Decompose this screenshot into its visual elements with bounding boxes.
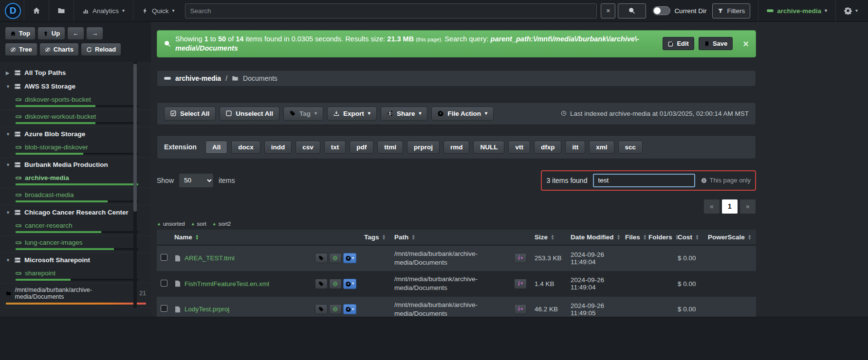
hide-tree-button[interactable]: Tree: [5, 43, 37, 56]
tree-group-azure-blob[interactable]: ▼ Azure Blob Storage: [0, 127, 151, 141]
file-action-dropdown-button[interactable]: File Action ▾: [431, 107, 494, 121]
tree-current-path[interactable]: /mnt/media/burbank/archive-media/Documen…: [0, 284, 151, 308]
sort-link-sort2[interactable]: ▲ sort2: [212, 221, 231, 227]
extension-button-scc[interactable]: scc: [618, 141, 643, 154]
tree-group-all-top-paths[interactable]: ▶ All Top Paths: [0, 66, 151, 79]
extension-button-prproj[interactable]: prproj: [407, 141, 440, 154]
edit-query-button[interactable]: Edit: [663, 37, 694, 50]
settings-menu[interactable]: ▾: [839, 3, 863, 18]
file-actions-dropdown[interactable]: ▾: [343, 279, 356, 289]
quick-filter-input[interactable]: [593, 174, 695, 187]
filters-button[interactable]: Filters: [712, 3, 750, 18]
export-dropdown-button[interactable]: Export ▾: [327, 107, 377, 121]
prev-page-button[interactable]: «: [703, 199, 720, 214]
tag-file-button[interactable]: [315, 304, 328, 314]
top-button[interactable]: Top: [5, 27, 36, 40]
scrollbar-thumb[interactable]: [133, 64, 137, 212]
tree-item-archive-media[interactable]: archive-media: [0, 171, 151, 188]
header-name[interactable]: Name▲▼: [170, 230, 360, 245]
eye-slash-icon: [45, 47, 51, 53]
header-path[interactable]: Path▲▼: [390, 230, 531, 245]
tree-item-blob-storage-diskover[interactable]: blob-storage-diskover: [0, 141, 151, 158]
row-checkbox[interactable]: [161, 254, 167, 261]
header-powerscale[interactable]: PowerScale▲▼: [704, 230, 756, 245]
extension-button-all[interactable]: All: [205, 141, 227, 154]
tree-scrollbar[interactable]: [133, 62, 137, 308]
row-checkbox[interactable]: [161, 305, 167, 312]
tree-group-chicago-cancer[interactable]: ▼ Chicago Cancer Research Center: [0, 205, 151, 219]
tree-item-sharepoint[interactable]: sharepoint: [0, 267, 151, 284]
extension-button-rmd[interactable]: rmd: [443, 141, 470, 154]
next-page-button[interactable]: »: [739, 199, 756, 214]
preview-file-button[interactable]: [329, 304, 342, 314]
select-all-button[interactable]: Select All: [164, 107, 216, 121]
sort-link-sort[interactable]: ▲ sort: [191, 221, 206, 227]
extension-button-pdf[interactable]: pdf: [350, 141, 373, 154]
save-query-button[interactable]: Save: [699, 37, 733, 50]
extension-button-xml[interactable]: xml: [589, 141, 614, 154]
tree-item-lung-cancer-images[interactable]: lung-cancer-images: [0, 236, 151, 253]
back-button[interactable]: ←: [67, 27, 84, 40]
breadcrumb-root[interactable]: archive-media: [175, 74, 221, 82]
clear-search-button[interactable]: ×: [601, 3, 615, 18]
tree-item-diskover-workout-bucket[interactable]: diskover-workout-bucket: [0, 110, 151, 127]
hide-charts-button[interactable]: Charts: [39, 43, 79, 56]
header-folders[interactable]: Folders▲▼: [645, 230, 674, 245]
file-browser-button[interactable]: [52, 3, 71, 18]
extension-button-vtt[interactable]: vtt: [508, 141, 530, 154]
path-info-dropdown[interactable]: i▾: [514, 253, 527, 263]
preview-file-button[interactable]: [329, 279, 342, 289]
breadcrumb-current[interactable]: Documents: [243, 74, 277, 82]
extension-button-indd[interactable]: indd: [264, 141, 292, 154]
header-size[interactable]: Size▲▼: [531, 230, 567, 245]
file-actions-dropdown[interactable]: ▾: [343, 253, 356, 263]
page-body: Top Up ← → Tree Charts: [0, 22, 868, 317]
tree-item-diskover-sports-bucket[interactable]: diskover-sports-bucket: [0, 93, 151, 110]
tag-file-button[interactable]: [315, 253, 328, 263]
path-info-dropdown[interactable]: i▾: [514, 304, 527, 314]
file-name-link[interactable]: LodyTest.prproj: [185, 306, 229, 313]
dashboard-icon-button[interactable]: [27, 3, 46, 18]
path-info-dropdown[interactable]: i▾: [514, 279, 527, 289]
header-cost[interactable]: Cost▲▼: [674, 230, 704, 245]
extension-button-ttml[interactable]: ttml: [377, 141, 403, 154]
extension-button-null[interactable]: NULL: [473, 141, 504, 154]
sort-link-unsorted[interactable]: ▲ unsorted: [157, 221, 185, 227]
share-dropdown-button[interactable]: Share ▾: [381, 107, 428, 121]
extension-button-docx[interactable]: docx: [231, 141, 260, 154]
extension-button-itt[interactable]: itt: [565, 141, 585, 154]
gears-icon: [438, 110, 443, 116]
page-1-button[interactable]: 1: [721, 199, 738, 214]
quick-menu[interactable]: Quick ▾: [136, 3, 180, 18]
tree-group-burbank-media[interactable]: ▼ Burbank Media Production: [0, 158, 151, 171]
tree-group-aws-s3[interactable]: ▼ AWS S3 Storage: [0, 79, 151, 93]
extension-button-dfxp[interactable]: dfxp: [534, 141, 562, 154]
current-dir-toggle[interactable]: [653, 6, 670, 15]
forward-button[interactable]: →: [86, 27, 103, 40]
tag-file-button[interactable]: [315, 279, 328, 289]
file-name-link[interactable]: AREA_TEST.ttml: [185, 254, 235, 262]
search-submit-button[interactable]: [618, 3, 646, 18]
extension-button-txt[interactable]: txt: [324, 141, 346, 154]
file-actions-dropdown[interactable]: ▾: [343, 304, 356, 314]
tree-item-cancer-research[interactable]: cancer-research: [0, 219, 151, 236]
extension-button-csv[interactable]: csv: [295, 141, 320, 154]
search-input[interactable]: [185, 3, 597, 18]
page-size-select[interactable]: 50: [179, 173, 214, 188]
file-name-link[interactable]: FishTmmlFeatureTest.en.xml: [185, 280, 269, 288]
header-files[interactable]: Files▲▼: [621, 230, 645, 245]
unselect-all-button[interactable]: Unselect All: [220, 107, 279, 121]
close-banner-icon[interactable]: ×: [743, 39, 749, 49]
header-tags[interactable]: Tags▲▼: [360, 230, 390, 245]
preview-file-button[interactable]: [329, 253, 342, 263]
header-date-modified[interactable]: Date Modified▲▼: [567, 230, 621, 245]
index-selector[interactable]: archive-media ▾: [761, 3, 832, 18]
app-logo[interactable]: D: [5, 3, 21, 19]
tag-dropdown-button[interactable]: Tag ▾: [283, 107, 323, 121]
row-checkbox[interactable]: [161, 280, 167, 287]
tree-item-broadcast-media[interactable]: broadcast-media: [0, 188, 151, 205]
analytics-menu[interactable]: Analytics ▾: [77, 3, 130, 18]
reload-button[interactable]: Reload: [81, 43, 121, 56]
tree-group-microsoft-sharepoint[interactable]: ▼ Microsoft Sharepoint: [0, 253, 151, 267]
up-button[interactable]: Up: [37, 27, 65, 40]
